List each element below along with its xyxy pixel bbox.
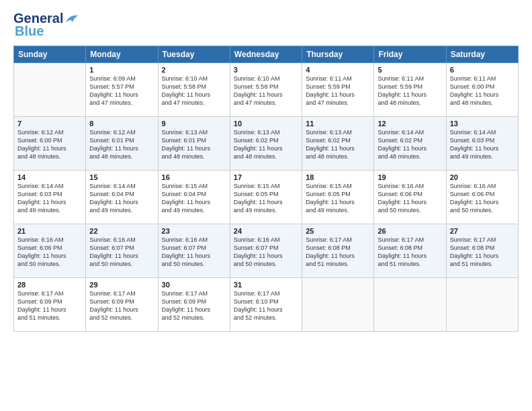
calendar-cell <box>374 278 446 332</box>
day-info: Sunrise: 6:17 AM Sunset: 6:08 PM Dayligh… <box>450 236 515 269</box>
weekday-header-tuesday: Tuesday <box>158 46 230 63</box>
logo-blue: Blue <box>15 24 44 39</box>
calendar-cell: 13Sunrise: 6:14 AM Sunset: 6:03 PM Dayli… <box>446 117 518 171</box>
day-info: Sunrise: 6:16 AM Sunset: 6:06 PM Dayligh… <box>17 236 82 269</box>
calendar-cell: 4Sunrise: 6:11 AM Sunset: 5:59 PM Daylig… <box>302 63 374 117</box>
day-info: Sunrise: 6:15 AM Sunset: 6:05 PM Dayligh… <box>306 182 370 215</box>
weekday-header-row: SundayMondayTuesdayWednesdayThursdayFrid… <box>14 46 519 63</box>
day-info: Sunrise: 6:16 AM Sunset: 6:07 PM Dayligh… <box>234 236 298 269</box>
weekday-header-wednesday: Wednesday <box>230 46 302 63</box>
weekday-header-saturday: Saturday <box>446 46 518 63</box>
day-info: Sunrise: 6:16 AM Sunset: 6:07 PM Dayligh… <box>162 236 226 269</box>
day-info: Sunrise: 6:15 AM Sunset: 6:05 PM Dayligh… <box>234 182 298 215</box>
calendar-cell <box>446 278 518 332</box>
day-info: Sunrise: 6:17 AM Sunset: 6:09 PM Dayligh… <box>162 289 226 322</box>
day-number: 3 <box>234 66 298 74</box>
day-number: 21 <box>17 227 82 235</box>
day-number: 9 <box>162 120 226 128</box>
calendar-cell: 20Sunrise: 6:16 AM Sunset: 6:06 PM Dayli… <box>446 171 518 224</box>
day-info: Sunrise: 6:11 AM Sunset: 5:59 PM Dayligh… <box>378 75 442 107</box>
calendar-cell: 28Sunrise: 6:17 AM Sunset: 6:09 PM Dayli… <box>14 278 86 332</box>
day-number: 30 <box>162 281 226 289</box>
day-info: Sunrise: 6:16 AM Sunset: 6:06 PM Dayligh… <box>378 182 442 215</box>
day-number: 15 <box>89 173 154 181</box>
calendar-cell: 25Sunrise: 6:17 AM Sunset: 6:08 PM Dayli… <box>302 224 374 278</box>
day-number: 7 <box>17 120 82 128</box>
page-header: General Blue <box>13 11 519 39</box>
day-info: Sunrise: 6:13 AM Sunset: 6:01 PM Dayligh… <box>162 128 226 161</box>
day-number: 2 <box>162 66 226 74</box>
calendar-cell <box>14 63 86 117</box>
day-number: 27 <box>450 227 515 235</box>
weekday-header-monday: Monday <box>86 46 158 63</box>
day-info: Sunrise: 6:11 AM Sunset: 6:00 PM Dayligh… <box>450 75 515 107</box>
day-info: Sunrise: 6:17 AM Sunset: 6:10 PM Dayligh… <box>234 289 298 322</box>
day-number: 23 <box>162 227 226 235</box>
calendar-cell: 19Sunrise: 6:16 AM Sunset: 6:06 PM Dayli… <box>374 171 446 224</box>
calendar-cell: 22Sunrise: 6:16 AM Sunset: 6:07 PM Dayli… <box>86 224 158 278</box>
day-number: 25 <box>306 227 370 235</box>
day-number: 6 <box>450 66 515 74</box>
day-number: 29 <box>89 281 154 289</box>
day-info: Sunrise: 6:14 AM Sunset: 6:03 PM Dayligh… <box>17 182 82 215</box>
day-info: Sunrise: 6:09 AM Sunset: 5:57 PM Dayligh… <box>89 75 154 107</box>
day-number: 1 <box>89 66 154 74</box>
calendar-cell: 6Sunrise: 6:11 AM Sunset: 6:00 PM Daylig… <box>446 63 518 117</box>
logo: General Blue <box>13 11 79 39</box>
calendar-week-row: 14Sunrise: 6:14 AM Sunset: 6:03 PM Dayli… <box>14 171 519 224</box>
day-info: Sunrise: 6:13 AM Sunset: 6:02 PM Dayligh… <box>306 128 370 161</box>
day-number: 4 <box>306 66 370 74</box>
day-info: Sunrise: 6:14 AM Sunset: 6:02 PM Dayligh… <box>378 128 442 161</box>
day-number: 18 <box>306 173 370 181</box>
logo-bird-icon <box>64 13 79 25</box>
calendar-week-row: 1Sunrise: 6:09 AM Sunset: 5:57 PM Daylig… <box>14 63 519 117</box>
day-info: Sunrise: 6:14 AM Sunset: 6:03 PM Dayligh… <box>450 128 515 161</box>
calendar-cell: 12Sunrise: 6:14 AM Sunset: 6:02 PM Dayli… <box>374 117 446 171</box>
calendar-cell: 1Sunrise: 6:09 AM Sunset: 5:57 PM Daylig… <box>86 63 158 117</box>
calendar-cell: 8Sunrise: 6:12 AM Sunset: 6:01 PM Daylig… <box>86 117 158 171</box>
weekday-header-thursday: Thursday <box>302 46 374 63</box>
day-info: Sunrise: 6:17 AM Sunset: 6:08 PM Dayligh… <box>378 236 442 269</box>
day-info: Sunrise: 6:10 AM Sunset: 5:58 PM Dayligh… <box>234 75 298 107</box>
calendar-week-row: 28Sunrise: 6:17 AM Sunset: 6:09 PM Dayli… <box>14 278 519 332</box>
calendar-cell: 9Sunrise: 6:13 AM Sunset: 6:01 PM Daylig… <box>158 117 230 171</box>
calendar-cell: 2Sunrise: 6:10 AM Sunset: 5:58 PM Daylig… <box>158 63 230 117</box>
day-number: 16 <box>162 173 226 181</box>
calendar-cell: 18Sunrise: 6:15 AM Sunset: 6:05 PM Dayli… <box>302 171 374 224</box>
day-number: 12 <box>378 120 442 128</box>
day-info: Sunrise: 6:12 AM Sunset: 6:00 PM Dayligh… <box>17 128 82 161</box>
day-number: 22 <box>89 227 154 235</box>
day-number: 26 <box>378 227 442 235</box>
day-number: 11 <box>306 120 370 128</box>
calendar-week-row: 21Sunrise: 6:16 AM Sunset: 6:06 PM Dayli… <box>14 224 519 278</box>
calendar-cell: 3Sunrise: 6:10 AM Sunset: 5:58 PM Daylig… <box>230 63 302 117</box>
day-number: 20 <box>450 173 515 181</box>
calendar-cell: 23Sunrise: 6:16 AM Sunset: 6:07 PM Dayli… <box>158 224 230 278</box>
day-number: 14 <box>17 173 82 181</box>
calendar-cell: 29Sunrise: 6:17 AM Sunset: 6:09 PM Dayli… <box>86 278 158 332</box>
day-number: 13 <box>450 120 515 128</box>
day-info: Sunrise: 6:11 AM Sunset: 5:59 PM Dayligh… <box>306 75 370 107</box>
day-number: 24 <box>234 227 298 235</box>
day-number: 8 <box>89 120 154 128</box>
day-number: 28 <box>17 281 82 289</box>
calendar-table: SundayMondayTuesdayWednesdayThursdayFrid… <box>13 46 519 332</box>
day-info: Sunrise: 6:10 AM Sunset: 5:58 PM Dayligh… <box>162 75 226 107</box>
calendar-cell: 11Sunrise: 6:13 AM Sunset: 6:02 PM Dayli… <box>302 117 374 171</box>
day-info: Sunrise: 6:16 AM Sunset: 6:07 PM Dayligh… <box>89 236 154 269</box>
calendar-cell: 10Sunrise: 6:13 AM Sunset: 6:02 PM Dayli… <box>230 117 302 171</box>
day-info: Sunrise: 6:17 AM Sunset: 6:08 PM Dayligh… <box>306 236 370 269</box>
calendar-cell: 16Sunrise: 6:15 AM Sunset: 6:04 PM Dayli… <box>158 171 230 224</box>
calendar-cell: 26Sunrise: 6:17 AM Sunset: 6:08 PM Dayli… <box>374 224 446 278</box>
calendar-cell: 15Sunrise: 6:14 AM Sunset: 6:04 PM Dayli… <box>86 171 158 224</box>
calendar-cell: 31Sunrise: 6:17 AM Sunset: 6:10 PM Dayli… <box>230 278 302 332</box>
day-number: 19 <box>378 173 442 181</box>
calendar-cell: 21Sunrise: 6:16 AM Sunset: 6:06 PM Dayli… <box>14 224 86 278</box>
day-info: Sunrise: 6:12 AM Sunset: 6:01 PM Dayligh… <box>89 128 154 161</box>
day-info: Sunrise: 6:17 AM Sunset: 6:09 PM Dayligh… <box>89 289 154 322</box>
day-number: 31 <box>234 281 298 289</box>
day-number: 17 <box>234 173 298 181</box>
calendar-week-row: 7Sunrise: 6:12 AM Sunset: 6:00 PM Daylig… <box>14 117 519 171</box>
day-info: Sunrise: 6:13 AM Sunset: 6:02 PM Dayligh… <box>234 128 298 161</box>
day-info: Sunrise: 6:16 AM Sunset: 6:06 PM Dayligh… <box>450 182 515 215</box>
